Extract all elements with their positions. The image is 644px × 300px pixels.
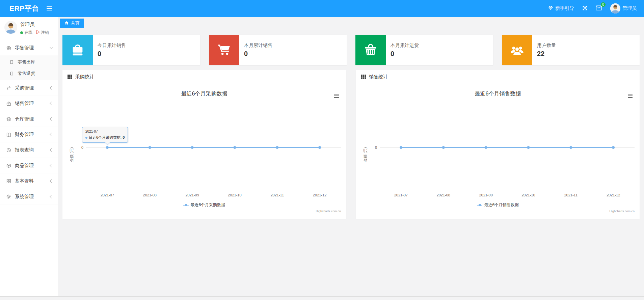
- stat-card-text: 本月累计进货0: [386, 35, 419, 65]
- stat-card-value: 0: [98, 50, 126, 58]
- sidebar-item-5[interactable]: 报表查询: [0, 142, 58, 158]
- online-status-label: 在线: [24, 30, 32, 35]
- sidebar-avatar: [4, 21, 17, 34]
- chevron-left-icon: [50, 195, 53, 198]
- sidebar-item-label: 仓库管理: [15, 116, 34, 122]
- briefcase-icon: [6, 101, 11, 106]
- legend-label: 最近6个月采购数据: [190, 202, 225, 208]
- fullscreen-button[interactable]: [582, 5, 588, 12]
- sidebar-toggle-button[interactable]: [47, 6, 52, 10]
- chevron-left-icon: [50, 117, 53, 121]
- user-menu[interactable]: 管理员: [610, 3, 637, 13]
- x-axis-label: 2021-07: [394, 193, 408, 197]
- stat-card-label: 本月累计进货: [391, 43, 419, 49]
- sidebar-user-name: 管理员: [20, 22, 49, 28]
- chevron-left-icon: [50, 133, 53, 136]
- sidebar-item-label: 系统管理: [15, 194, 34, 200]
- panel-sales-header: 销售统计: [356, 70, 640, 84]
- chevron-left-icon: [50, 180, 53, 183]
- sidebar-item-label: 基本资料: [15, 178, 34, 184]
- stat-card-value: 22: [537, 50, 556, 58]
- sidebar-item-2[interactable]: 销售管理: [0, 96, 58, 111]
- gift-icon: [6, 45, 11, 51]
- tab-home-label: 首页: [71, 20, 80, 26]
- stat-card-text: 本月累计销售0: [239, 35, 272, 65]
- x-axis-label: 2021-09: [185, 193, 199, 197]
- highcharts-credits[interactable]: Highcharts.com.cn: [609, 210, 635, 213]
- x-axis-label: 2021-11: [270, 193, 284, 197]
- stat-card-label: 本月累计销售: [244, 43, 272, 49]
- sidebar-item-1[interactable]: 采购管理: [0, 80, 58, 96]
- sidebar-menu: 零售管理零售出库零售退货采购管理销售管理仓库管理财务管理报表查询商品管理基本资料…: [0, 40, 58, 204]
- x-axis-label: 2021-12: [313, 193, 326, 197]
- sidebar: 管理员 在线 注销 零售管理零售出库零售退货采购管理销售管理仓库管理财务管理报表…: [0, 17, 58, 296]
- top-navbar: ERP平台 新手引导 0: [0, 0, 644, 17]
- grid-th-icon: [361, 75, 366, 79]
- x-axis-label: 2021-10: [521, 193, 535, 197]
- sidebar-item-7[interactable]: 基本资料: [0, 173, 58, 189]
- chart-sales: 最近6个月销售数据金额 (元)02021-072021-082021-09202…: [356, 84, 640, 219]
- x-axis-label: 2021-10: [228, 193, 241, 197]
- sidebar-item-label: 零售管理: [15, 45, 34, 51]
- sidebar-item-label: 财务管理: [15, 132, 34, 138]
- users-icon: [502, 35, 532, 65]
- chevron-left-icon: [50, 148, 53, 152]
- exchange-icon: [6, 85, 11, 91]
- sidebar-subitem[interactable]: 零售出库: [0, 56, 58, 68]
- x-axis-label: 2021-08: [143, 193, 157, 197]
- tab-home[interactable]: 首页: [60, 19, 84, 28]
- legend-item[interactable]: 最近6个月采购数据: [183, 202, 225, 208]
- gear-icon: [6, 194, 11, 199]
- mail-badge: 0: [601, 2, 606, 7]
- sidebar-subitem-label: 零售出库: [18, 59, 35, 65]
- stat-card-text: 今日累计销售0: [93, 35, 126, 65]
- chevron-left-icon: [50, 86, 53, 90]
- panel-purchase-header: 采购统计: [62, 70, 346, 84]
- stat-card-value: 0: [391, 50, 419, 58]
- sidebar-item-label: 销售管理: [15, 101, 34, 107]
- navbar-right: 新手引导 0 管理员: [548, 3, 637, 13]
- sidebar-item-0[interactable]: 零售管理: [0, 40, 58, 56]
- sidebar-item-4[interactable]: 财务管理: [0, 127, 58, 142]
- x-axis-label: 2021-08: [437, 193, 450, 197]
- stat-card-label: 今日累计销售: [98, 43, 126, 49]
- sidebar-item-3[interactable]: 仓库管理: [0, 111, 58, 127]
- series-line[interactable]: [356, 84, 640, 219]
- stat-cards: 今日累计销售0本月累计销售0本月累计进货0用户数量22: [62, 35, 640, 65]
- sidebar-item-label: 采购管理: [15, 85, 34, 91]
- x-axis-label: 2021-07: [101, 193, 114, 197]
- online-status-dot: [20, 31, 23, 34]
- messages-button[interactable]: 0: [596, 5, 602, 11]
- logout-icon: [36, 30, 40, 35]
- tooltip-value-row: 最近6个月采购数据: 0: [85, 135, 125, 140]
- sidebar-item-8[interactable]: 系统管理: [0, 189, 58, 204]
- tooltip-category: 2021-07: [85, 130, 125, 133]
- panel-purchase-stats: 采购统计 最近6个月采购数据金额 (元)02021-072021-082021-…: [62, 70, 346, 219]
- chart-tooltip: 2021-07最近6个月采购数据: 0: [82, 127, 128, 143]
- shopping-basket-icon: [355, 35, 386, 65]
- chevron-down-icon: [50, 46, 53, 49]
- stat-card-3: 用户数量22: [502, 35, 640, 65]
- panel-sales-stats: 销售统计 最近6个月销售数据金额 (元)02021-072021-082021-…: [356, 70, 640, 219]
- layers-icon: [6, 116, 11, 122]
- package-icon: [6, 163, 11, 168]
- series-line[interactable]: [62, 84, 346, 219]
- app-brand: ERP平台: [9, 4, 39, 13]
- erp-dashboard-page: ERP平台 新手引导 0: [0, 0, 644, 300]
- logout-label: 注销: [41, 30, 49, 35]
- guide-button[interactable]: 新手引导: [548, 5, 574, 11]
- chevron-left-icon: [50, 102, 53, 105]
- sidebar-item-label: 报表查询: [15, 147, 34, 153]
- panel-purchase-title: 采购统计: [75, 74, 94, 80]
- logout-button[interactable]: 注销: [36, 30, 49, 35]
- stat-card-label: 用户数量: [537, 43, 556, 49]
- footer-divider: [0, 296, 644, 300]
- legend-item[interactable]: 最近6个月销售数据: [477, 202, 519, 208]
- fullscreen-icon: [582, 5, 588, 12]
- highcharts-credits[interactable]: Highcharts.com.cn: [316, 210, 341, 213]
- sidebar-subitem[interactable]: 零售退货: [0, 68, 58, 79]
- sidebar-submenu: 零售出库零售退货: [0, 56, 58, 80]
- mail-icon: [596, 5, 602, 11]
- sidebar-item-6[interactable]: 商品管理: [0, 158, 58, 173]
- chevron-left-icon: [50, 164, 53, 167]
